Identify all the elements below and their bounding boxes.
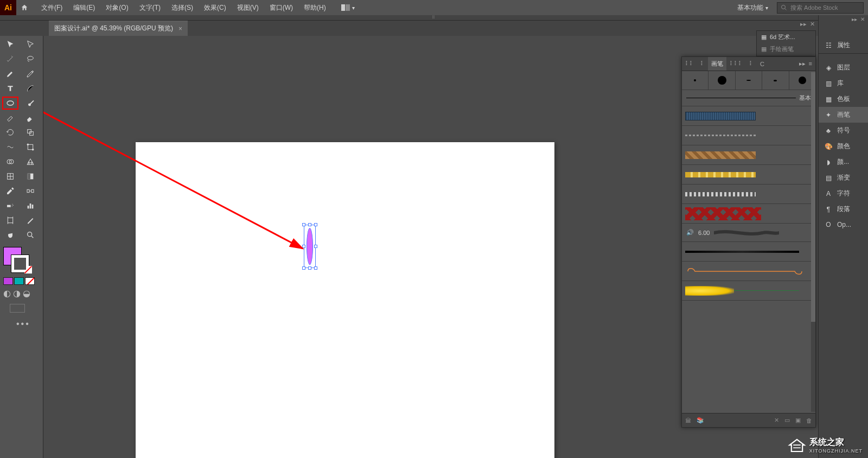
menu-select[interactable]: 选择(S) xyxy=(167,1,197,15)
ellipse-tool[interactable] xyxy=(2,97,18,110)
width-tool[interactable] xyxy=(2,141,18,154)
panel-color-guide[interactable]: ◗颜... xyxy=(819,154,868,170)
brush-preview-gold[interactable] xyxy=(682,165,815,185)
brush-preset[interactable] xyxy=(709,71,735,90)
panel-tab-dim-1[interactable]: ⠇⠇ xyxy=(682,58,697,70)
draw-inside-icon[interactable]: ◒ xyxy=(23,288,30,298)
eyedropper-tool[interactable] xyxy=(2,185,18,198)
tab-close-icon[interactable]: × xyxy=(178,25,182,33)
menu-window[interactable]: 窗口(W) xyxy=(265,1,297,15)
shape-builder-tool[interactable] xyxy=(2,155,18,168)
brush-preview-rope[interactable] xyxy=(682,145,815,165)
menu-type[interactable]: 文字(T) xyxy=(135,1,165,15)
symbol-sprayer-tool[interactable] xyxy=(2,199,18,212)
brush-preview-charcoal[interactable] xyxy=(682,242,815,262)
lasso-tool[interactable] xyxy=(22,53,39,66)
brush-preview-dots[interactable] xyxy=(682,185,815,204)
scale-tool[interactable] xyxy=(22,126,39,139)
brush-preview-paint[interactable] xyxy=(682,281,815,301)
new-brush-icon[interactable]: ▣ xyxy=(795,417,801,424)
delete-brush-icon[interactable]: 🗑 xyxy=(806,417,812,424)
menu-help[interactable]: 帮助(H) xyxy=(299,1,330,15)
brush-preset[interactable] xyxy=(736,71,762,90)
paintbrush-tool[interactable] xyxy=(22,97,39,110)
rotate-tool[interactable] xyxy=(2,126,18,139)
blend-tool[interactable] xyxy=(22,185,39,198)
panel-layers[interactable]: ◈图层 xyxy=(819,60,868,75)
home-icon[interactable] xyxy=(16,4,33,11)
selection-tool[interactable] xyxy=(2,38,18,51)
brush-preview-chain1[interactable] xyxy=(682,126,815,145)
brush-preview-denim[interactable] xyxy=(682,106,815,126)
panel-libraries[interactable]: ▥库 xyxy=(819,75,868,91)
pen-tool[interactable] xyxy=(2,67,18,80)
free-transform-tool[interactable] xyxy=(22,141,39,154)
last-color-swatch[interactable] xyxy=(3,277,13,285)
artboard[interactable] xyxy=(136,142,554,458)
panel-paragraph[interactable]: ¶段落 xyxy=(819,201,868,217)
brushes-library-menu-icon[interactable]: 📚 xyxy=(697,417,704,424)
stroke-weight-value[interactable]: 6.00 xyxy=(698,230,710,236)
remove-stroke-icon[interactable]: ✕ xyxy=(774,417,779,424)
panel-character[interactable]: A字符 xyxy=(819,186,868,201)
panel-expand-icon[interactable]: ▸▸ xyxy=(799,60,806,67)
library-item-2[interactable]: ▦ 手绘画笔 xyxy=(757,43,815,55)
workspace-switcher[interactable]: 基本功能 ▾ xyxy=(733,1,773,15)
column-graph-tool[interactable] xyxy=(22,199,39,212)
mesh-tool[interactable] xyxy=(2,170,18,183)
draw-normal-icon[interactable]: ◐ xyxy=(3,288,11,298)
collapse-icon[interactable]: ▸▸ xyxy=(800,21,807,28)
menu-file[interactable]: 文件(F) xyxy=(37,1,67,15)
speaker-icon[interactable]: 🔊 xyxy=(686,229,694,236)
magic-wand-tool[interactable] xyxy=(2,53,18,66)
type-tool[interactable] xyxy=(2,82,18,95)
menu-effect[interactable]: 效果(C) xyxy=(200,1,231,15)
panel-brushes[interactable]: ✦画笔 xyxy=(819,107,868,123)
panel-menu-icon[interactable]: ≡ xyxy=(809,60,812,67)
panel-tab-dim-3[interactable]: ⠇⠇⠇ xyxy=(726,58,746,70)
shaper-tool[interactable] xyxy=(2,111,18,124)
menu-object[interactable]: 对象(O) xyxy=(101,1,132,15)
perspective-grid-tool[interactable] xyxy=(22,155,39,168)
gradient-swatch[interactable] xyxy=(14,277,24,285)
panel-color[interactable]: 🎨颜色 xyxy=(819,138,868,154)
panel-tab-dim-2[interactable]: ⠇ xyxy=(697,58,708,70)
panel-opentype[interactable]: OOp... xyxy=(819,217,868,232)
layout-toggle[interactable]: ▾ xyxy=(339,2,357,13)
brush-options-icon[interactable]: ▭ xyxy=(784,417,790,424)
slice-tool[interactable] xyxy=(22,214,39,227)
zoom-tool[interactable] xyxy=(22,228,39,241)
line-segment-tool[interactable] xyxy=(22,82,39,95)
canvas-area[interactable] xyxy=(43,36,597,458)
panel-tab-dim-5[interactable]: C xyxy=(757,58,768,70)
control-bar-grip[interactable]: ⠿ xyxy=(0,15,868,21)
draw-behind-icon[interactable]: ◑ xyxy=(13,288,21,298)
eraser-tool[interactable] xyxy=(22,111,39,124)
panel-tab-dim-4[interactable]: ⠇ xyxy=(746,58,757,70)
document-tab[interactable]: 图案设计.ai* @ 45.39% (RGB/GPU 预览) × xyxy=(49,21,188,36)
close-icon[interactable]: ✕ xyxy=(810,21,815,28)
app-logo[interactable]: Ai xyxy=(0,0,16,15)
brush-preview-ribbon[interactable] xyxy=(682,262,815,281)
brushes-library-icon[interactable]: 🏛 xyxy=(685,417,691,424)
gradient-tool[interactable] xyxy=(22,170,39,183)
search-input[interactable]: 搜索 Adobe Stock xyxy=(777,2,864,14)
brush-preset[interactable] xyxy=(682,71,709,90)
dock-close-icon[interactable]: ✕ xyxy=(860,16,865,22)
library-item-1[interactable]: ▦ 6d 艺术... xyxy=(757,31,815,43)
panel-gradient[interactable]: ▤渐变 xyxy=(819,170,868,186)
panel-symbols[interactable]: ♣符号 xyxy=(819,123,868,138)
panel-swatches[interactable]: ▦色板 xyxy=(819,91,868,107)
direct-selection-tool[interactable] xyxy=(22,38,39,51)
selected-ellipse-object[interactable] xyxy=(304,225,316,268)
screen-mode-button[interactable] xyxy=(10,304,25,313)
panel-properties[interactable]: ☷属性 xyxy=(819,37,868,53)
panel-tab-brushes[interactable]: 画笔 xyxy=(708,57,726,71)
curvature-tool[interactable] xyxy=(22,67,39,80)
basic-brush-row[interactable]: 基本 xyxy=(682,90,815,106)
brush-preset[interactable] xyxy=(762,71,789,90)
menu-view[interactable]: 视图(V) xyxy=(233,1,263,15)
fill-stroke-indicator[interactable] xyxy=(3,247,36,275)
dock-collapse-icon[interactable]: ▸▸ xyxy=(852,16,857,22)
hand-tool[interactable] xyxy=(2,228,18,241)
